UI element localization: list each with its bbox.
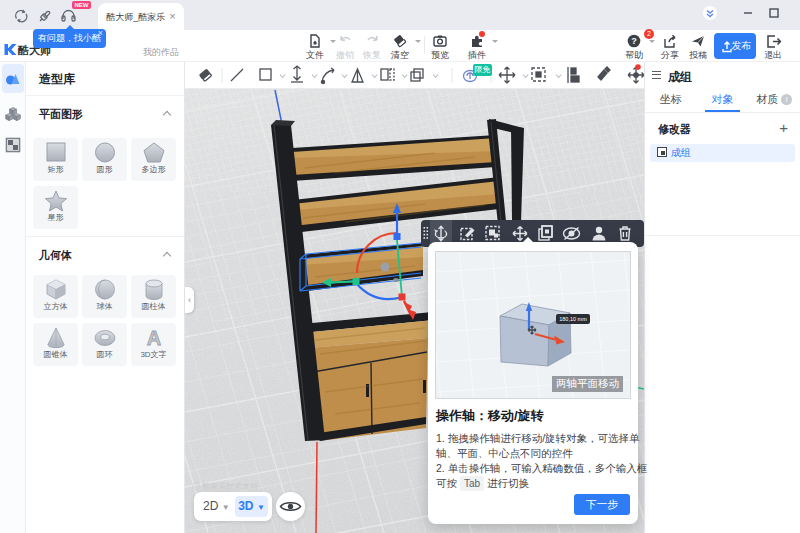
svg-text:A: A — [146, 327, 160, 349]
svg-text:?: ? — [631, 36, 637, 46]
svg-text:180,10 mm: 180,10 mm — [559, 316, 587, 322]
